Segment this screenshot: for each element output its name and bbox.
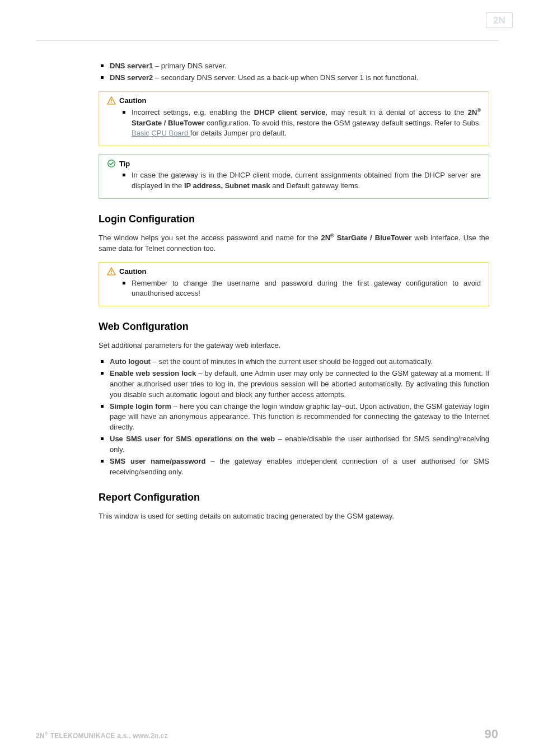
report-configuration-heading: Report Configuration [99, 492, 489, 503]
svg-rect-2 [111, 99, 112, 102]
svg-text:2N: 2N [493, 15, 505, 26]
rest: – primary DNS server. [153, 62, 226, 70]
basic-cpu-board-link[interactable]: Basic CPU Board [132, 129, 190, 137]
header-divider [36, 40, 498, 41]
text: for details Jumper pro default. [190, 129, 287, 137]
web-configuration-heading: Web Configuration [99, 321, 489, 333]
term: SMS user name/password [110, 457, 205, 465]
list-item: Simple login form – here you can change … [99, 402, 489, 433]
intro-list: DNS server1 – primary DNS server. DNS se… [99, 61, 489, 83]
page-number: 90 [485, 727, 498, 741]
callout-title-text: Caution [119, 267, 146, 276]
list-item: Enable web session lock – by default, on… [99, 368, 489, 400]
callout-title-text: Tip [119, 160, 130, 168]
text: Incorrect settings, e.g. enabling the [132, 108, 254, 116]
text: , may result in a denial of access to th… [326, 108, 468, 116]
list-item: Incorrect settings, e.g. enabling the DH… [120, 108, 481, 139]
svg-rect-5 [111, 270, 112, 273]
rest: – secondary DNS server. Used as a back-u… [153, 73, 418, 82]
svg-rect-6 [111, 273, 112, 274]
login-configuration-heading: Login Configuration [99, 213, 489, 225]
callout-title: Caution [107, 267, 481, 276]
brand-logo: 2N [486, 12, 513, 28]
tip-callout: Tip In case the gateway is in the DHCP c… [99, 154, 489, 199]
callout-title: Caution [107, 96, 481, 105]
term: Use SMS user for SMS operations on the w… [110, 435, 275, 443]
list-item: SMS user name/password – the gateway ena… [99, 456, 489, 478]
bold: 2N® StarGate / BlueTower [321, 234, 411, 242]
rest: – set the count of minutes in which the … [151, 357, 433, 366]
term: Enable web session lock [110, 369, 196, 377]
term: Simple login form [110, 402, 171, 410]
footer-company: 2N® TELEKOMUNIKACE a.s., www.2n.cz [36, 732, 168, 740]
list-item: DNS server2 – secondary DNS server. Used… [99, 73, 489, 83]
warning-icon [107, 96, 116, 105]
list-item: Use SMS user for SMS operations on the w… [99, 434, 489, 455]
callout-title: Tip [107, 159, 481, 168]
warning-icon [107, 267, 116, 276]
svg-rect-3 [111, 102, 112, 103]
check-circle-icon [107, 159, 116, 168]
text: The window helps you set the access pass… [99, 234, 321, 242]
list-item: Auto logout – set the count of minutes i… [99, 357, 489, 367]
term: Auto logout [110, 357, 151, 366]
web-configuration-para: Set additional parameters for the gatewa… [99, 340, 489, 351]
report-configuration-para: This window is used for setting details … [99, 511, 489, 522]
bold: IP address, Subnet mask [184, 181, 270, 190]
web-configuration-list: Auto logout – set the count of minutes i… [99, 357, 489, 477]
bold: DHCP client service [254, 108, 326, 116]
list-item: DNS server1 – primary DNS server. [99, 61, 489, 72]
term: DNS server2 [110, 73, 153, 82]
callout-title-text: Caution [119, 96, 146, 105]
login-configuration-para: The window helps you set the access pass… [99, 233, 489, 254]
caution-callout: Caution Remember to change the username … [99, 262, 489, 307]
page-footer: 2N® TELEKOMUNIKACE a.s., www.2n.cz 90 [36, 727, 498, 741]
list-item: Remember to change the username and pass… [120, 278, 481, 300]
text: configuration. To avoid this, restore th… [205, 119, 481, 127]
list-item: In case the gateway is in the DHCP clien… [120, 170, 481, 192]
caution-callout: Caution Incorrect settings, e.g. enablin… [99, 91, 489, 147]
term: DNS server1 [110, 62, 153, 70]
text: and Default gateway items. [270, 181, 360, 190]
